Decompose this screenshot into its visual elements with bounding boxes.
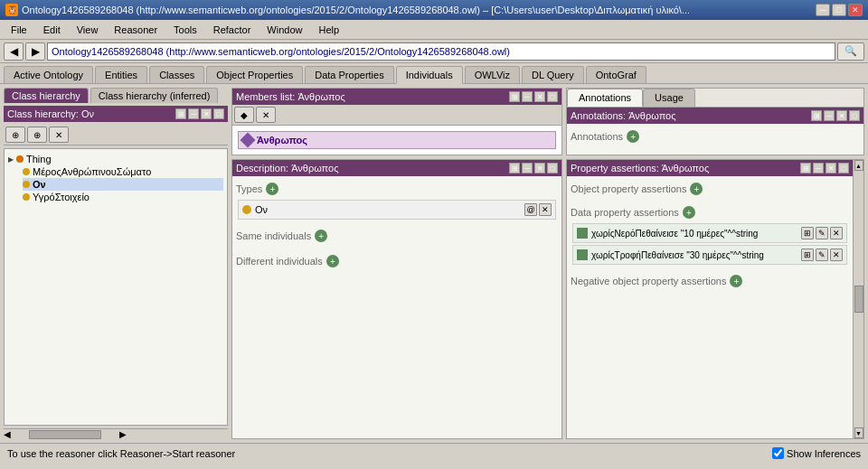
type-item-on[interactable]: Ον @ ✕: [238, 200, 556, 220]
header-icon-grid[interactable]: ⊞: [175, 108, 186, 119]
property-panel-title: Property assertions: Άνθρωπος: [571, 163, 709, 174]
title-bar: 🦉 Ontology1426589268048 (http://www.sema…: [0, 0, 868, 20]
members-icon-close[interactable]: ✕: [534, 91, 545, 102]
add-subclass-button[interactable]: ⊕: [5, 127, 25, 143]
header-icon-close[interactable]: ✕: [201, 108, 212, 119]
menu-view[interactable]: View: [70, 23, 106, 37]
tab-data-properties[interactable]: Data Properties: [305, 66, 393, 83]
add-individual-button[interactable]: ◆: [234, 107, 254, 123]
tab-object-properties[interactable]: Object Properties: [206, 66, 303, 83]
type-delete-icon[interactable]: ✕: [539, 203, 552, 216]
tab-owlviz[interactable]: OWLViz: [465, 66, 520, 83]
address-bar[interactable]: [47, 42, 835, 61]
tab-usage[interactable]: Usage: [643, 89, 695, 107]
assertion-2-icon-2[interactable]: ✎: [816, 249, 828, 261]
annot-icon-close[interactable]: ✕: [836, 110, 847, 121]
menu-file[interactable]: File: [4, 23, 34, 37]
scroll-right-arrow[interactable]: ▶: [119, 429, 127, 439]
hierarchy-panel-header: Class hierarchy: Ον ⊞ ─ ✕ □: [4, 106, 228, 122]
delete-class-button[interactable]: ✕: [49, 127, 69, 143]
scroll-down-arrow[interactable]: ▼: [854, 427, 863, 438]
primary-tab-bar: Active Ontology Entities Classes Object …: [0, 63, 868, 84]
add-type-button[interactable]: +: [266, 183, 278, 195]
add-annotation-button[interactable]: +: [627, 130, 639, 143]
tab-class-hierarchy-inferred[interactable]: Class hierarchy (inferred): [90, 88, 218, 103]
tab-annotations[interactable]: Annotations: [567, 89, 643, 107]
desc-icon-max[interactable]: □: [547, 163, 558, 174]
tree-item-meros[interactable]: ΜέροςΑνθρώπινουΣώματο: [23, 165, 223, 178]
tab-ontograf[interactable]: OntoGraf: [586, 66, 646, 83]
menu-tools[interactable]: Tools: [166, 23, 204, 37]
desc-icon-grid[interactable]: ⊞: [509, 163, 520, 174]
type-edit-icon[interactable]: @: [524, 203, 537, 216]
description-content: Types + Ον @ ✕ Same individuals +: [232, 176, 561, 438]
add-neg-object-prop-button[interactable]: +: [730, 275, 742, 287]
tree-item-on[interactable]: Ον: [23, 178, 223, 191]
prop-icon-close[interactable]: ✕: [826, 163, 836, 174]
annot-icon-minus[interactable]: ─: [824, 110, 835, 121]
hierarchy-panel-title: Class hierarchy: Ον: [7, 108, 94, 119]
tab-dl-query[interactable]: DL Query: [522, 66, 584, 83]
types-label: Types: [236, 183, 262, 194]
assertion-1-icon-2[interactable]: ✎: [816, 227, 828, 239]
right-area: Members list: Άνθρωπος ⊞ ─ ✕ □ ◆ ✕ Άνθ: [231, 88, 864, 439]
add-data-prop-button[interactable]: +: [683, 206, 695, 219]
assertion-2-icon-3[interactable]: ✕: [830, 249, 843, 261]
show-inferences-control[interactable]: Show Inferences: [772, 447, 861, 459]
forward-button[interactable]: ▶: [25, 42, 45, 61]
desc-icon-close[interactable]: ✕: [534, 163, 545, 174]
tab-classes[interactable]: Classes: [149, 66, 204, 83]
menu-help[interactable]: Help: [311, 23, 346, 37]
tab-individuals[interactable]: Individuals: [396, 66, 463, 84]
scroll-thumb-prop[interactable]: [854, 286, 863, 313]
tab-entities[interactable]: Entities: [95, 66, 147, 83]
scroll-left-arrow[interactable]: ◀: [4, 429, 11, 439]
property-scrollbar[interactable]: ▲ ▼: [853, 160, 863, 438]
menu-refactor[interactable]: Refactor: [206, 23, 259, 37]
assertion-2-icon-1[interactable]: ⊞: [801, 249, 814, 261]
search-button[interactable]: 🔍: [837, 42, 864, 61]
scroll-up-arrow[interactable]: ▲: [854, 160, 863, 171]
menu-edit[interactable]: Edit: [36, 23, 68, 37]
members-icon-grid[interactable]: ⊞: [509, 91, 520, 102]
tree-item-ygro[interactable]: ΥγρόΣτοιχείο: [23, 191, 223, 203]
individual-anthropos[interactable]: Άνθρωπος: [238, 131, 556, 149]
show-inferences-checkbox[interactable]: [772, 447, 784, 459]
data-assertion-2: χωρίςΤροφήΠεθαίνεισε "30 ημέρες"^^string…: [572, 245, 847, 265]
assertion-color-1: [577, 228, 588, 239]
tree-item-thing[interactable]: ▶ Thing: [8, 153, 223, 165]
members-icon-max[interactable]: □: [547, 91, 558, 102]
annot-icon-max[interactable]: □: [849, 110, 860, 121]
back-button[interactable]: ◀: [4, 42, 24, 61]
annot-icon-grid[interactable]: ⊞: [811, 110, 822, 121]
header-icon-minus[interactable]: ─: [188, 108, 199, 119]
members-icon-minus[interactable]: ─: [522, 91, 533, 102]
header-icon-max[interactable]: □: [213, 108, 224, 119]
status-bar: To use the reasoner click Reasoner->Star…: [0, 443, 868, 463]
tab-class-hierarchy[interactable]: Class hierarchy: [4, 88, 89, 103]
desc-icon-minus[interactable]: ─: [522, 163, 533, 174]
property-content: Object property assertions + Data proper…: [567, 176, 853, 438]
maximize-button[interactable]: □: [832, 4, 846, 16]
property-panel-header: Property assertions: Άνθρωπος ⊞ ─ ✕ □: [567, 160, 853, 176]
prop-icon-minus[interactable]: ─: [813, 163, 824, 174]
assertion-1-icon-1[interactable]: ⊞: [801, 227, 814, 239]
prop-icon-grid[interactable]: ⊞: [800, 163, 811, 174]
add-different-individual-button[interactable]: +: [326, 255, 339, 267]
add-sibling-button[interactable]: ⊕: [27, 127, 47, 143]
scroll-thumb[interactable]: [29, 430, 101, 439]
main-content: Class hierarchy Class hierarchy (inferre…: [0, 84, 868, 443]
minimize-button[interactable]: ─: [816, 4, 830, 16]
delete-individual-button[interactable]: ✕: [256, 107, 276, 123]
assertion-color-2: [577, 249, 588, 260]
add-object-prop-button[interactable]: +: [690, 183, 703, 195]
close-button[interactable]: ✕: [848, 4, 863, 16]
assertion-text-2: χωρίςΤροφήΠεθαίνεισε "30 ημέρες"^^string: [591, 250, 764, 260]
menu-window[interactable]: Window: [259, 23, 309, 37]
left-panel-hscroll[interactable]: ◀ ▶: [4, 428, 228, 439]
tab-active-ontology[interactable]: Active Ontology: [4, 66, 93, 83]
assertion-1-icon-3[interactable]: ✕: [830, 227, 843, 239]
prop-icon-max[interactable]: □: [838, 163, 849, 174]
add-same-individual-button[interactable]: +: [315, 230, 327, 242]
menu-reasoner[interactable]: Reasoner: [107, 23, 165, 37]
